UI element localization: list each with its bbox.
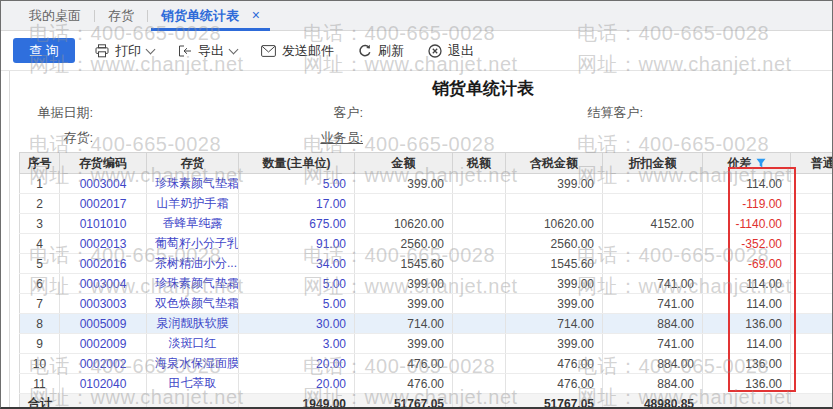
table-row[interactable]: 10003004珍珠素颜气垫霜5.00399.00399.00114.00 xyxy=(20,174,833,194)
cell-code[interactable]: 0002002 xyxy=(60,354,147,374)
cell-code[interactable]: 0005009 xyxy=(60,314,147,334)
chevron-down-icon xyxy=(146,44,156,54)
table-row[interactable]: 70003003双色焕颜气垫霜5.00399.00399.00741.00114… xyxy=(20,294,833,314)
cell-amount: 399.00 xyxy=(355,294,453,314)
cell-code[interactable]: 0002013 xyxy=(60,234,147,254)
cell-code[interactable]: 0003004 xyxy=(60,274,147,294)
cell-tax xyxy=(453,294,506,314)
cell-tax-incl-amount: 714.00 xyxy=(506,314,603,334)
table-row[interactable]: 80005009泉润靓肤软膜30.00714.00714.00884.00136… xyxy=(20,314,833,334)
cell-discount-amount xyxy=(603,234,703,254)
cell-code[interactable]: 0101010 xyxy=(60,214,147,234)
cell-amount: 399.00 xyxy=(355,174,453,194)
cell-name[interactable]: 海泉水保湿面膜 xyxy=(147,354,239,374)
cell-code[interactable]: 0003004 xyxy=(60,174,147,194)
printer-icon xyxy=(95,44,109,58)
table-row[interactable]: 110102040田七萃取20.00476.00476.00884.00136.… xyxy=(20,374,833,394)
close-icon[interactable]: × xyxy=(252,7,260,23)
export-icon xyxy=(178,44,192,58)
cell-index: 6 xyxy=(20,274,60,294)
exit-circle-x-icon xyxy=(428,44,442,58)
cell-discount-amount: 884.00 xyxy=(603,354,703,374)
cell-code[interactable]: 0002009 xyxy=(60,334,147,354)
column-header-amount: 金额 xyxy=(355,153,453,174)
cell-name[interactable]: 双色焕颜气垫霜 xyxy=(147,294,239,314)
cell-index: 10 xyxy=(20,354,60,374)
cell-amount: 399.00 xyxy=(355,334,453,354)
cell-tax xyxy=(453,354,506,374)
cell-tax xyxy=(453,254,506,274)
annotation-highlight-box xyxy=(728,167,796,392)
export-button[interactable]: 导出 xyxy=(178,42,237,60)
tab-my-desktop[interactable]: 我的桌面 xyxy=(19,1,91,31)
cell-amount xyxy=(355,194,453,214)
total-row: 合计1949.0051767.0551767.0548980.85 xyxy=(20,394,833,409)
cell-discount-amount: 741.00 xyxy=(603,294,703,314)
cell-qty: 20.00 xyxy=(239,354,355,374)
cell-discount-amount: 884.00 xyxy=(603,314,703,334)
cell-code[interactable]: 0003003 xyxy=(60,294,147,314)
exit-button[interactable]: 退出 xyxy=(428,42,474,60)
page-title: 销货单统计表 xyxy=(1,77,833,100)
cell-extra xyxy=(791,194,833,214)
cell-extra xyxy=(791,214,833,234)
filter-label-settle-customer: 结算客户: xyxy=(543,104,643,122)
cell-name[interactable]: 泉润靓肤软膜 xyxy=(147,314,239,334)
tab-inventory[interactable]: 存货 xyxy=(98,1,144,31)
cell-index: 5 xyxy=(20,254,60,274)
refresh-button[interactable]: 刷新 xyxy=(358,42,404,60)
report-table-wrap: 序号存货编码存货数量(主单位)金额税额含税金额折扣金额价差普通 10003004… xyxy=(19,152,833,409)
cell-tax-incl-amount: 399.00 xyxy=(506,274,603,294)
cell-discount-amount: 741.00 xyxy=(603,334,703,354)
print-button[interactable]: 打印 xyxy=(95,42,154,60)
cell-name[interactable]: 田七萃取 xyxy=(147,374,239,394)
cell-tax-incl-amount: 476.00 xyxy=(506,354,603,374)
cell-tax-incl-amount: 399.00 xyxy=(506,294,603,314)
cell-name[interactable]: 珍珠素颜气垫霜 xyxy=(147,174,239,194)
table-row[interactable]: 60003004珍珠素颜气垫霜5.00399.00399.00741.00114… xyxy=(20,274,833,294)
cell-tax xyxy=(453,194,506,214)
cell-tax xyxy=(453,274,506,294)
cell-tax-incl-amount: 399.00 xyxy=(506,174,603,194)
filter-label-inventory: 存货: xyxy=(1,129,93,147)
query-button[interactable]: 查 询 xyxy=(13,38,75,63)
table-row[interactable]: 40002013葡萄籽小分子乳91.002560.002560.00-352.0… xyxy=(20,234,833,254)
total-tax xyxy=(453,394,506,409)
cell-code[interactable]: 0002016 xyxy=(60,254,147,274)
cell-code[interactable]: 0102040 xyxy=(60,374,147,394)
refresh-icon xyxy=(358,44,372,58)
cell-name[interactable]: 香蜂草纯露 xyxy=(147,214,239,234)
total-discount-amount: 48980.85 xyxy=(603,394,703,409)
cell-extra xyxy=(791,234,833,254)
cell-name[interactable]: 山羊奶护手霜 xyxy=(147,194,239,214)
table-row[interactable]: 50002016茶树精油小分...34.001545.601545.60-69.… xyxy=(20,254,833,274)
total-name xyxy=(147,394,239,409)
column-header-code: 存货编码 xyxy=(60,153,147,174)
cell-qty: 17.00 xyxy=(239,194,355,214)
tab-sales-invoice-report[interactable]: 销货单统计表 × xyxy=(151,1,270,31)
total-label: 合计 xyxy=(20,394,60,409)
cell-name[interactable]: 淡斑口红 xyxy=(147,334,239,354)
app-window: 我的桌面 存货 销货单统计表 × 查 询 打印 导出 xyxy=(0,0,833,409)
cell-tax-incl-amount: 399.00 xyxy=(506,334,603,354)
filter-label-doc-date: 单据日期: xyxy=(1,104,93,122)
cell-tax-incl-amount: 1545.60 xyxy=(506,254,603,274)
cell-code[interactable]: 0002017 xyxy=(60,194,147,214)
cell-discount-amount xyxy=(603,174,703,194)
tab-label: 我的桌面 xyxy=(29,8,81,23)
cell-qty: 5.00 xyxy=(239,274,355,294)
table-row[interactable]: 20002017山羊奶护手霜17.00-119.00 xyxy=(20,194,833,214)
column-header-qty: 数量(主单位) xyxy=(239,153,355,174)
table-row[interactable]: 90002009淡斑口红3.00399.00399.00741.00114.00 xyxy=(20,334,833,354)
cell-extra xyxy=(791,314,833,334)
cell-tax xyxy=(453,334,506,354)
cell-name[interactable]: 茶树精油小分... xyxy=(147,254,239,274)
cell-amount: 476.00 xyxy=(355,354,453,374)
cell-name[interactable]: 葡萄籽小分子乳 xyxy=(147,234,239,254)
cell-name[interactable]: 珍珠素颜气垫霜 xyxy=(147,274,239,294)
cell-index: 4 xyxy=(20,234,60,254)
cell-qty: 675.00 xyxy=(239,214,355,234)
table-row[interactable]: 30101010香蜂草纯露675.0010620.0010620.004152.… xyxy=(20,214,833,234)
send-mail-button[interactable]: 发送邮件 xyxy=(261,42,334,60)
table-row[interactable]: 100002002海泉水保湿面膜20.00476.00476.00884.001… xyxy=(20,354,833,374)
